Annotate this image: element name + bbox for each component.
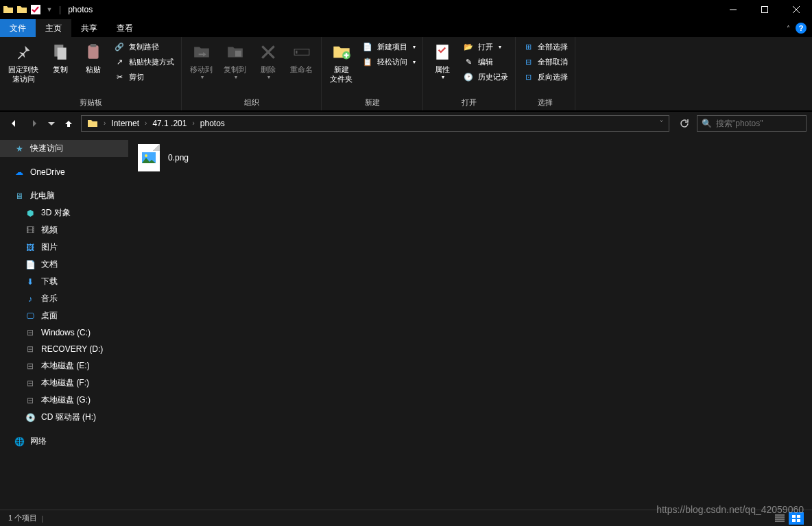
rename-button[interactable]: 重命名 [286, 40, 317, 75]
delete-icon [257, 41, 279, 63]
sidebar: ★快速访问 ☁OneDrive 🖥此电脑 ⬢3D 对象 🎞视频 🖼图片 📄文档 … [0, 134, 128, 510]
picture-icon: 🖼 [25, 242, 36, 253]
details-view-button[interactable] [772, 512, 787, 525]
dropdown-icon[interactable]: ▼ [44, 4, 55, 15]
download-icon: ⬇ [25, 276, 36, 287]
sidebar-videos[interactable]: 🎞视频 [0, 222, 128, 239]
invert-selection-button[interactable]: ⊡反向选择 [520, 70, 571, 84]
desktop-icon: 🖵 [25, 311, 36, 322]
new-item-button[interactable]: 📄新建项目▾ [359, 40, 418, 53]
new-item-icon: 📄 [362, 41, 373, 52]
pin-button[interactable]: 固定到快 速访问 [4, 40, 43, 85]
move-icon [191, 41, 213, 63]
select-none-icon: ⊟ [523, 56, 534, 67]
breadcrumb-item[interactable]: 47.1 .201 [150, 119, 189, 128]
sidebar-documents[interactable]: 📄文档 [0, 256, 128, 273]
help-icon[interactable]: ? [796, 23, 807, 34]
icons-view-button[interactable] [789, 512, 804, 525]
svg-rect-5 [91, 44, 97, 47]
drive-icon: ⊟ [25, 378, 36, 389]
sidebar-quick-access[interactable]: ★快速访问 [0, 140, 128, 157]
collapse-ribbon-icon[interactable]: ˄ [787, 25, 790, 32]
back-button[interactable] [5, 115, 22, 132]
up-button[interactable] [60, 115, 77, 132]
statusbar: 1 个项目 | [0, 510, 812, 526]
file-name: 0.png [168, 153, 189, 163]
delete-button[interactable]: 删除▾ [253, 40, 283, 82]
tab-home[interactable]: 主页 [36, 19, 71, 37]
edit-icon: ✎ [463, 56, 474, 67]
window-title: photos [68, 5, 93, 14]
forward-button[interactable] [26, 115, 43, 132]
clipboard-group-label: 剪贴板 [4, 96, 177, 110]
breadcrumb[interactable]: › Internet › 47.1 .201 › photos ˅ [81, 115, 669, 132]
search-input[interactable] [716, 119, 802, 128]
drive-icon: ⊟ [25, 344, 36, 355]
sidebar-drive-g[interactable]: ⊟本地磁盘 (G:) [0, 392, 128, 409]
close-button[interactable] [780, 0, 812, 19]
sidebar-this-pc[interactable]: 🖥此电脑 [0, 187, 128, 204]
tab-file[interactable]: 文件 [0, 19, 36, 37]
breadcrumb-item[interactable]: Internet [108, 119, 142, 128]
breadcrumb-root-icon[interactable] [84, 118, 101, 129]
network-icon: 🌐 [14, 436, 25, 447]
checkbox-icon[interactable] [30, 4, 41, 15]
folder-icon-2 [16, 4, 27, 15]
history-icon: 🕑 [463, 71, 474, 82]
tab-share[interactable]: 共享 [71, 19, 107, 37]
image-thumb-icon [138, 144, 160, 171]
select-all-button[interactable]: ⊞全部选择 [520, 40, 571, 53]
sidebar-drive-d[interactable]: ⊟RECOVERY (D:) [0, 341, 128, 357]
sidebar-network[interactable]: 🌐网络 [0, 433, 128, 450]
sidebar-drive-f[interactable]: ⊟本地磁盘 (F:) [0, 374, 128, 392]
pin-icon [12, 41, 34, 63]
svg-rect-8 [296, 51, 297, 53]
sidebar-pictures[interactable]: 🖼图片 [0, 239, 128, 256]
video-icon: 🎞 [25, 225, 36, 236]
maximize-button[interactable] [749, 0, 780, 19]
new-group-label: 新建 [326, 96, 418, 110]
new-folder-button[interactable]: 新建 文件夹 [326, 40, 357, 85]
easy-access-button[interactable]: 📋轻松访问▾ [359, 55, 418, 69]
sidebar-music[interactable]: ♪音乐 [0, 290, 128, 307]
select-none-button[interactable]: ⊟全部取消 [520, 55, 571, 69]
sidebar-drive-c[interactable]: ⊟Windows (C:) [0, 324, 128, 341]
recent-dropdown-button[interactable] [47, 115, 56, 132]
refresh-button[interactable] [676, 115, 693, 132]
edit-button[interactable]: ✎编辑 [460, 55, 511, 69]
copy-to-button[interactable]: 复制到▾ [219, 40, 250, 82]
paste-shortcut-button[interactable]: ↗粘贴快捷方式 [111, 55, 177, 69]
titlebar: ▼ | photos [0, 0, 812, 19]
open-button[interactable]: 📂打开▾ [460, 40, 511, 53]
tab-view[interactable]: 查看 [107, 19, 143, 37]
sidebar-onedrive[interactable]: ☁OneDrive [0, 164, 128, 180]
copy-path-button[interactable]: 🔗复制路径 [111, 40, 177, 53]
paste-button[interactable]: 粘贴 [78, 40, 108, 75]
file-list[interactable]: 0.png [128, 134, 812, 510]
sidebar-3d-objects[interactable]: ⬢3D 对象 [0, 204, 128, 222]
sidebar-downloads[interactable]: ⬇下载 [0, 273, 128, 290]
paste-icon [82, 41, 104, 63]
breadcrumb-item[interactable]: photos [198, 119, 228, 128]
minimize-button[interactable] [717, 0, 749, 19]
chevron-down-icon[interactable]: ˅ [660, 119, 663, 127]
cloud-icon: ☁ [14, 167, 25, 178]
ribbon-group-clipboard: 固定到快 速访问 复制 粘贴 🔗复制路径 ↗粘贴快捷方式 ✂剪切 剪贴板 [0, 37, 182, 110]
ribbon-group-new: 新建 文件夹 📄新建项目▾ 📋轻松访问▾ 新建 [322, 37, 423, 110]
sidebar-desktop[interactable]: 🖵桌面 [0, 307, 128, 324]
move-to-button[interactable]: 移动到▾ [186, 40, 217, 82]
history-button[interactable]: 🕑历史记录 [460, 70, 511, 84]
shortcut-icon: ↗ [114, 56, 125, 67]
copy-button[interactable]: 复制 [45, 40, 75, 75]
invert-icon: ⊡ [523, 71, 534, 82]
music-icon: ♪ [25, 294, 36, 304]
file-item[interactable]: 0.png [135, 141, 191, 174]
pc-icon: 🖥 [14, 191, 25, 202]
sidebar-drive-h[interactable]: 💿CD 驱动器 (H:) [0, 409, 128, 426]
properties-button[interactable]: 属性▾ [427, 40, 457, 82]
sidebar-drive-e[interactable]: ⊟本地磁盘 (E:) [0, 357, 128, 374]
svg-rect-1 [762, 7, 768, 13]
easy-access-icon: 📋 [362, 56, 373, 67]
search-box[interactable]: 🔍 [697, 115, 807, 132]
cut-button[interactable]: ✂剪切 [111, 70, 177, 84]
